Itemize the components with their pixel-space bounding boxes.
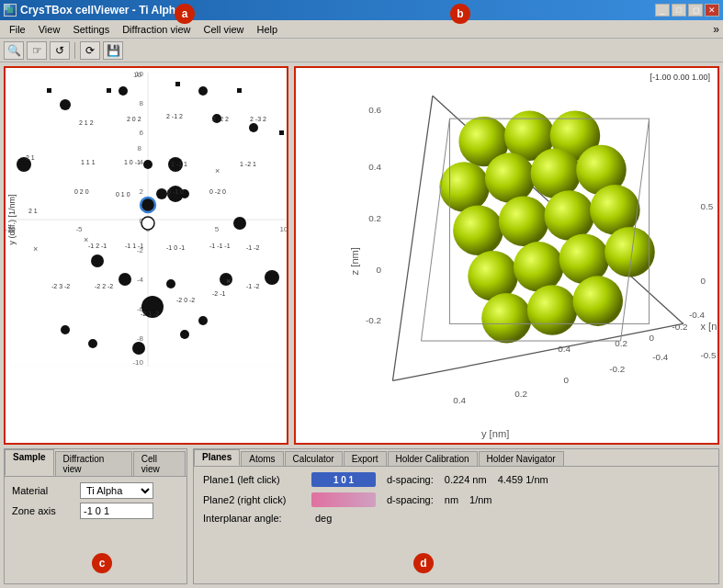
svg-text:2 -3 2: 2 -3 2 xyxy=(250,116,266,122)
svg-rect-59 xyxy=(175,82,180,86)
svg-point-36 xyxy=(249,123,258,132)
svg-text:-4: -4 xyxy=(137,276,144,284)
plane2-row: Plane2 (right click) d-spacing: nm 1/nm xyxy=(203,492,709,507)
tab-holder-nav[interactable]: Holder Navigator xyxy=(479,451,564,466)
minimize-button[interactable]: _ xyxy=(655,4,670,17)
svg-point-127 xyxy=(481,293,532,344)
cell-panel: [-1.00 0.00 1.00] 0.6 0.4 0.2 0 -0.2 xyxy=(294,66,719,445)
toolbar-separator xyxy=(74,42,75,59)
svg-text:-8: -8 xyxy=(137,334,144,343)
plane1-indices: 1 0 1 xyxy=(333,475,354,485)
svg-point-47 xyxy=(88,339,97,348)
svg-text:0.6: 0.6 xyxy=(368,105,381,115)
zoom-button[interactable]: 🔍 xyxy=(4,41,24,60)
svg-text:0 2 0: 0 2 0 xyxy=(74,188,89,195)
svg-point-30 xyxy=(143,160,153,169)
svg-text:8: 8 xyxy=(138,144,142,153)
svg-line-89 xyxy=(392,323,683,380)
svg-text:-0.5: -0.5 xyxy=(700,350,717,360)
tab-sample[interactable]: Sample xyxy=(5,449,54,476)
tab-diffraction-view[interactable]: Diffraction view xyxy=(55,451,132,476)
svg-rect-60 xyxy=(237,88,242,93)
interplanar-unit: deg xyxy=(315,513,332,524)
interplanar-label: Interplanar angle: xyxy=(203,513,304,524)
menu-cell-view[interactable]: Cell view xyxy=(198,22,250,37)
app-icon xyxy=(4,4,17,17)
svg-text:-2 0 -2: -2 0 -2 xyxy=(176,297,195,303)
svg-line-88 xyxy=(392,96,432,380)
svg-text:×: × xyxy=(215,166,220,175)
svg-text:0: 0 xyxy=(564,375,570,385)
annotation-d: d xyxy=(413,553,434,573)
svg-text:y [nm]: y [nm] xyxy=(481,428,509,439)
bottom-right-panel: Planes Atoms Calculator Export Holder Ca… xyxy=(193,448,719,584)
svg-text:10: 10 xyxy=(135,70,143,78)
tab-calculator[interactable]: Calculator xyxy=(285,451,343,466)
diffraction-panel: -10 -5 0 5 10 10 8 10 8 6 4 2 0 -2 -4 xyxy=(4,66,288,445)
tab-holder-cal[interactable]: Holder Calibration xyxy=(388,451,478,466)
zone-axis-label: Zone axis xyxy=(12,505,76,516)
tab-planes[interactable]: Planes xyxy=(194,449,240,466)
svg-text:2 1 2: 2 1 2 xyxy=(79,119,94,126)
svg-rect-58 xyxy=(107,88,111,93)
menu-settings[interactable]: Settings xyxy=(67,22,115,37)
svg-point-50 xyxy=(198,316,208,325)
svg-text:1 -2 1: 1 -2 1 xyxy=(240,161,256,167)
zone-axis-input[interactable] xyxy=(80,503,153,519)
interplanar-row: Interplanar angle: deg xyxy=(203,513,709,524)
material-select[interactable]: Ti Alpha xyxy=(80,482,153,499)
save-button[interactable]: 💾 xyxy=(103,41,123,60)
title-bar: CrysTBox cellViewer - Ti Alpha _ □ ◻ ✕ xyxy=(0,0,723,20)
svg-point-128 xyxy=(527,285,578,335)
tab-cell-view[interactable]: Cell view xyxy=(133,451,186,476)
plane1-badge[interactable]: 1 0 1 xyxy=(311,472,376,487)
diffraction-plot[interactable]: -10 -5 0 5 10 10 8 10 8 6 4 2 0 -2 -4 xyxy=(6,68,288,371)
plane1-d-nm: 0.224 nm xyxy=(445,474,487,485)
plane2-d-inv: 1/nm xyxy=(469,494,491,505)
select-button[interactable]: ☞ xyxy=(27,41,47,60)
refresh-button[interactable]: ⟳ xyxy=(80,41,100,60)
svg-text:0 -2 0: 0 -2 0 xyxy=(209,188,226,195)
close-button[interactable]: ✕ xyxy=(705,4,719,17)
tab-export[interactable]: Export xyxy=(344,451,387,466)
svg-text:×: × xyxy=(226,277,231,286)
svg-text:-10: -10 xyxy=(132,358,143,367)
svg-text:2 1: 2 1 xyxy=(28,208,38,214)
menu-file[interactable]: File xyxy=(4,22,31,37)
tab-atoms[interactable]: Atoms xyxy=(241,451,283,466)
planes-tab-content: Plane1 (left click) 1 0 1 d-spacing: 0.2… xyxy=(194,467,718,535)
svg-text:-1 -2: -1 -2 xyxy=(246,283,260,289)
svg-text:-0.4: -0.4 xyxy=(652,352,669,362)
menu-view[interactable]: View xyxy=(33,22,66,37)
svg-rect-1 xyxy=(7,7,13,13)
svg-text:-2 1 -2: -2 1 -2 xyxy=(141,311,159,317)
svg-text:1 0 -1: 1 0 -1 xyxy=(124,159,141,165)
svg-text:2 1: 2 1 xyxy=(26,154,35,161)
menu-help[interactable]: Help xyxy=(252,22,284,37)
svg-text:1 1 1: 1 1 1 xyxy=(81,159,96,165)
restore-button[interactable]: □ xyxy=(672,4,686,17)
undo-button[interactable]: ↺ xyxy=(50,41,70,60)
plane1-d-label: d-spacing: xyxy=(387,474,434,485)
svg-text:2: 2 xyxy=(140,187,144,196)
toolbar: 🔍 ☞ ↺ ⟳ 💾 xyxy=(0,39,723,62)
svg-point-52 xyxy=(141,217,154,230)
menu-expand[interactable]: » xyxy=(713,23,719,36)
cell-viewer-svg[interactable]: 0.6 0.4 0.2 0 -0.2 z [nm] x [nm] 0.4 0.2… xyxy=(296,68,717,443)
svg-point-49 xyxy=(180,330,189,339)
svg-text:10: 10 xyxy=(280,225,288,233)
panels-row: -10 -5 0 5 10 10 8 10 8 6 4 2 0 -2 -4 xyxy=(4,66,719,445)
svg-point-119 xyxy=(453,205,503,255)
orientation-label: [-1.00 0.00 1.00] xyxy=(650,73,710,82)
svg-point-32 xyxy=(156,188,167,199)
svg-text:0: 0 xyxy=(377,265,382,275)
svg-point-31 xyxy=(141,198,155,212)
svg-text:5: 5 xyxy=(215,225,220,233)
svg-text:0 1 0: 0 1 0 xyxy=(116,191,130,198)
svg-text:2 0 2: 2 0 2 xyxy=(127,116,141,122)
svg-text:y (diff.) [1/nm]: y (diff.) [1/nm] xyxy=(7,195,17,245)
svg-point-33 xyxy=(60,99,71,110)
maximize-button[interactable]: ◻ xyxy=(688,4,703,17)
plane2-badge[interactable] xyxy=(311,492,376,507)
svg-point-115 xyxy=(439,162,490,212)
